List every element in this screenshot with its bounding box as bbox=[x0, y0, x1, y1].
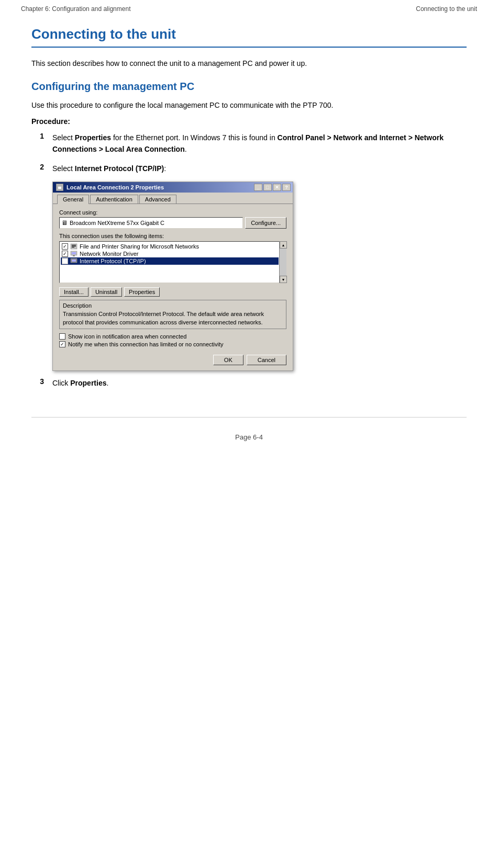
adapter-icon: 🖥 bbox=[61, 219, 68, 227]
checkbox-2[interactable] bbox=[62, 251, 68, 257]
step-3-text: Click Properties. bbox=[52, 377, 467, 389]
title-rule bbox=[31, 47, 467, 48]
properties-button[interactable]: Properties bbox=[124, 287, 160, 297]
win-listbox[interactable]: File and Printer Sharing for Microsoft N… bbox=[59, 241, 286, 283]
connect-using-row: 🖥 Broadcom NetXtreme 57xx Gigabit C Conf… bbox=[59, 217, 286, 229]
step-1-text: Select Properties for the Ethernet port.… bbox=[52, 132, 467, 155]
items-label: This connection uses the following items… bbox=[59, 233, 286, 239]
icon-3 bbox=[70, 258, 78, 264]
dialog-title: Local Area Connection 2 Properties bbox=[67, 184, 164, 190]
ok-button[interactable]: OK bbox=[213, 355, 244, 365]
check-icon-connectivity[interactable] bbox=[59, 341, 65, 347]
dialog-icon bbox=[56, 184, 63, 191]
checkbox-1[interactable] bbox=[62, 243, 68, 250]
steps-list: 1 Select Properties for the Ethernet por… bbox=[31, 132, 467, 174]
step-2-protocol: Internet Protocol (TCP/IP) bbox=[75, 164, 164, 173]
close-button[interactable]: ✕ bbox=[273, 184, 281, 191]
tab-general[interactable]: General bbox=[57, 195, 89, 204]
page-content: Connecting to the unit This section desc… bbox=[0, 16, 498, 417]
check-row-1[interactable]: Show icon in notification area when conn… bbox=[59, 333, 286, 340]
list-item-2[interactable]: Network Monitor Driver bbox=[61, 250, 279, 257]
list-item-2-label: Network Monitor Driver bbox=[80, 251, 138, 257]
list-item-1[interactable]: File and Printer Sharing for Microsoft N… bbox=[61, 243, 279, 250]
items-group: This connection uses the following items… bbox=[59, 233, 286, 283]
step-2: 2 Select Internet Protocol (TCP/IP): bbox=[31, 163, 467, 174]
win-controls[interactable]: _ □ ✕ ? bbox=[254, 184, 291, 191]
step-1: 1 Select Properties for the Ethernet por… bbox=[31, 132, 467, 155]
listbox-container: File and Printer Sharing for Microsoft N… bbox=[59, 241, 286, 283]
svg-rect-10 bbox=[72, 260, 76, 262]
install-button[interactable]: Install... bbox=[59, 287, 88, 297]
svg-rect-7 bbox=[72, 252, 76, 254]
step-2-num: 2 bbox=[31, 163, 44, 171]
connect-using-label: Connect using: bbox=[59, 209, 286, 216]
description-box: Description Transmission Control Protoco… bbox=[59, 300, 286, 329]
checkbox-3[interactable] bbox=[62, 258, 68, 264]
page-number: Page 6-4 bbox=[235, 433, 263, 441]
step-1-path: Control Panel > Network and Internet > N… bbox=[52, 133, 444, 153]
uninstall-button[interactable]: Uninstall bbox=[91, 287, 122, 297]
steps-list-continued: 3 Click Properties. bbox=[31, 377, 467, 389]
page-header: Chapter 6: Configuration and alignment C… bbox=[0, 0, 498, 16]
section-heading: Configuring the management PC bbox=[31, 81, 467, 93]
tab-authentication[interactable]: Authentication bbox=[90, 195, 138, 204]
win-body: Connect using: 🖥 Broadcom NetXtreme 57xx… bbox=[53, 204, 293, 370]
step-2-text: Select Internet Protocol (TCP/IP): bbox=[52, 163, 467, 174]
list-item-3-label: Internet Protocol (TCP/IP) bbox=[80, 258, 146, 264]
win-tabs: General Authentication Advanced bbox=[53, 193, 293, 204]
section-intro: This section describes how to connect th… bbox=[31, 58, 467, 69]
scroll-down-button[interactable]: ▼ bbox=[280, 276, 287, 283]
win-dialog: Local Area Connection 2 Properties _ □ ✕… bbox=[52, 182, 293, 371]
section-desc: Use this procedure to configure the loca… bbox=[31, 100, 467, 111]
tab-advanced[interactable]: Advanced bbox=[139, 195, 176, 204]
list-item-3[interactable]: Internet Protocol (TCP/IP) bbox=[61, 257, 279, 265]
step-3-properties: Properties bbox=[70, 379, 106, 387]
check-label-1: Show icon in notification area when conn… bbox=[68, 333, 186, 340]
step-1-num: 1 bbox=[31, 132, 44, 140]
list-item-1-label: File and Printer Sharing for Microsoft N… bbox=[80, 243, 199, 250]
chapter-title: Connecting to the unit bbox=[31, 26, 467, 42]
help-button[interactable]: ? bbox=[282, 184, 291, 191]
procedure-label: Procedure: bbox=[31, 117, 467, 126]
nav-buttons-row: Install... Uninstall Properties bbox=[59, 287, 286, 297]
description-text: Transmission Control Protocol/Internet P… bbox=[63, 310, 283, 326]
check-row-2[interactable]: Notify me when this connection has limit… bbox=[59, 341, 286, 347]
dialog-wrapper: Local Area Connection 2 Properties _ □ ✕… bbox=[52, 182, 467, 371]
footer-checks: Show icon in notification area when conn… bbox=[59, 333, 286, 347]
icon-2 bbox=[70, 251, 78, 257]
win-titlebar-text: Local Area Connection 2 Properties bbox=[56, 184, 164, 191]
configure-button[interactable]: Configure... bbox=[245, 217, 286, 229]
cancel-button[interactable]: Cancel bbox=[247, 355, 286, 365]
step-3: 3 Click Properties. bbox=[31, 377, 467, 389]
svg-rect-8 bbox=[73, 255, 75, 256]
description-title: Description bbox=[63, 302, 283, 309]
step-3-num: 3 bbox=[31, 377, 44, 386]
scroll-track bbox=[280, 249, 286, 276]
svg-rect-4 bbox=[72, 246, 76, 246]
svg-rect-3 bbox=[72, 245, 76, 245]
page-footer: Page 6-4 bbox=[31, 417, 467, 446]
restore-button[interactable]: □ bbox=[263, 184, 272, 191]
check-label-2: Notify me when this connection has limit… bbox=[68, 341, 224, 347]
header-right: Connecting to the unit bbox=[416, 5, 477, 13]
listbox-scrollbar[interactable]: ▲ ▼ bbox=[279, 241, 286, 283]
connect-using-group: Connect using: 🖥 Broadcom NetXtreme 57xx… bbox=[59, 209, 286, 229]
icon-1 bbox=[70, 243, 78, 250]
win-titlebar: Local Area Connection 2 Properties _ □ ✕… bbox=[53, 182, 293, 193]
ok-cancel-row: OK Cancel bbox=[59, 353, 286, 365]
svg-rect-5 bbox=[72, 247, 74, 247]
minimize-button[interactable]: _ bbox=[254, 184, 262, 191]
svg-rect-1 bbox=[58, 187, 61, 189]
scroll-up-button[interactable]: ▲ bbox=[280, 241, 287, 249]
check-icon-area[interactable] bbox=[59, 333, 65, 340]
adapter-name: Broadcom NetXtreme 57xx Gigabit C bbox=[70, 220, 164, 226]
header-left: Chapter 6: Configuration and alignment bbox=[21, 5, 130, 13]
step-1-properties: Properties bbox=[75, 133, 111, 142]
